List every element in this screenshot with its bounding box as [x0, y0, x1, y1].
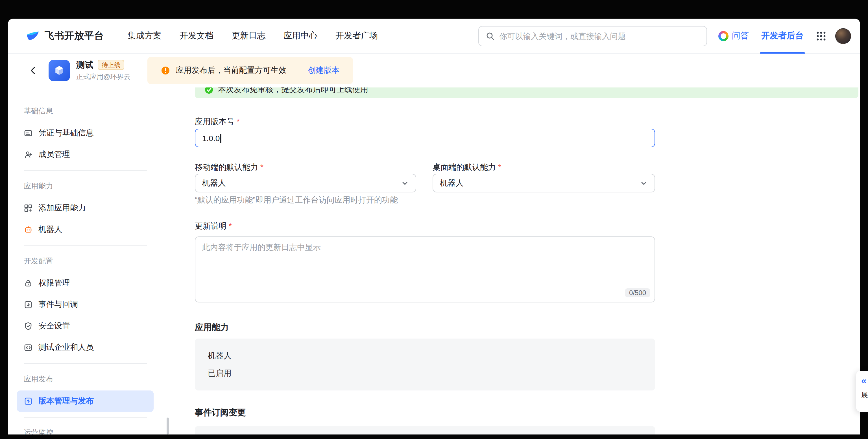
sidebar-item-robot[interactable]: 机器人 — [17, 219, 154, 240]
sidebar-item-credentials[interactable]: 凭证与基础信息 — [17, 123, 154, 144]
version-input[interactable]: 1.0.0 — [195, 129, 655, 147]
expand-panel-button[interactable]: « 展开 — [856, 371, 868, 412]
sidebar-item-permissions[interactable]: 权限管理 — [17, 273, 154, 294]
chevron-down-icon — [640, 179, 648, 187]
brand-name: 飞书开放平台 — [44, 29, 104, 42]
sidebar-item-label: 测试企业和人员 — [38, 342, 94, 353]
sidebar-section-release: 应用发布 — [24, 374, 147, 384]
tab-developer-console[interactable]: 开发者后台 — [761, 19, 804, 53]
browser-page: 飞书开放平台 集成方案 开发文档 更新日志 应用中心 开发者广场 — [8, 19, 860, 435]
create-version-link[interactable]: 创建版本 — [308, 65, 339, 76]
qa-button[interactable]: 问答 — [718, 31, 749, 41]
sidebar-item-label: 安全设置 — [38, 321, 70, 331]
robot-icon — [24, 225, 33, 234]
primary-nav: 集成方案 开发文档 更新日志 应用中心 开发者广场 — [128, 31, 378, 41]
app-name: 测试 — [76, 60, 93, 70]
sidebar-section-basic: 基础信息 — [24, 106, 147, 116]
search-icon — [486, 31, 495, 40]
user-avatar[interactable] — [835, 28, 851, 44]
sidebar-item-label: 版本管理与发布 — [38, 396, 94, 406]
text-caret — [220, 133, 221, 142]
desktop-capability-value: 机器人 — [440, 178, 464, 188]
qa-ring-icon — [718, 31, 728, 41]
capability-box: 机器人 已启用 — [195, 339, 655, 391]
nav-marketplace[interactable]: 开发者广场 — [336, 31, 378, 41]
shield-icon — [24, 322, 33, 331]
app-meta: 测试 待上线 正式应用@环界云 — [76, 60, 130, 81]
mobile-capability-label: 移动端的默认能力 — [195, 163, 264, 172]
sidebar-section-dev-config: 开发配置 — [24, 256, 147, 266]
char-counter: 0/500 — [625, 288, 650, 297]
notes-label: 更新说明 — [195, 221, 232, 230]
chevron-down-icon — [401, 179, 409, 187]
notes-textarea[interactable] — [195, 237, 654, 302]
back-button[interactable] — [28, 65, 38, 76]
sidebar-item-label: 权限管理 — [38, 278, 70, 288]
apps-grid-button[interactable] — [816, 31, 826, 41]
sidebar-divider — [24, 170, 147, 171]
developer-console-label: 开发者后台 — [761, 31, 804, 41]
nav-app-center[interactable]: 应用中心 — [283, 31, 317, 41]
sidebar-item-add-capability[interactable]: 添加应用能力 — [17, 198, 154, 219]
default-capability-hint: “默认的应用功能”即用户通过工作台访问应用时打开的功能 — [195, 195, 398, 205]
cube-icon — [53, 64, 65, 77]
sidebar-item-label: 机器人 — [38, 225, 62, 235]
sidebar: 基础信息 凭证与基础信息 成员管理 应用能 — [17, 88, 154, 435]
content-area: 基础信息 凭证与基础信息 成员管理 应用能 — [8, 88, 860, 435]
nav-changelog[interactable]: 更新日志 — [231, 31, 266, 41]
expand-label: 展开 — [861, 391, 868, 400]
sidebar-item-version-release[interactable]: 版本管理与发布 — [17, 391, 154, 412]
global-search[interactable] — [478, 26, 707, 46]
capability-heading: 应用能力 — [195, 322, 229, 333]
sidebar-item-events[interactable]: 事件与回调 — [17, 294, 154, 315]
mobile-capability-value: 机器人 — [202, 178, 226, 188]
sidebar-section-capability: 应用能力 — [24, 181, 147, 191]
sidebar-item-members[interactable]: 成员管理 — [17, 144, 154, 165]
app-icon — [49, 60, 70, 81]
sidebar-item-label: 添加应用能力 — [38, 203, 86, 213]
sidebar-divider — [24, 417, 147, 417]
grid-icon — [816, 31, 826, 41]
capability-name: 机器人 — [208, 351, 231, 361]
code-brackets-icon — [24, 343, 33, 352]
sidebar-item-label: 事件与回调 — [38, 300, 78, 310]
events-box — [195, 426, 655, 435]
success-banner: 本次发布免审核，提交发布后即可上线使用 — [195, 88, 859, 98]
top-navigation: 飞书开放平台 集成方案 开发文档 更新日志 应用中心 开发者广场 — [8, 19, 860, 54]
publish-alert-banner: 应用发布后，当前配置方可生效 创建版本 — [147, 57, 353, 84]
version-form: 本次发布免审核，提交发布后即可上线使用 应用版本号 1.0.0 移动端的默认能力… — [195, 88, 859, 435]
sidebar-section-monitoring: 运营监控 — [24, 428, 147, 435]
feishu-logo-icon — [25, 29, 40, 43]
desktop-capability-label: 桌面端的默认能力 — [433, 163, 501, 172]
sidebar-item-label: 成员管理 — [38, 149, 70, 160]
success-banner-text: 本次发布免审核，提交发布后即可上线使用 — [218, 88, 368, 95]
publish-icon — [24, 397, 33, 406]
warning-icon — [161, 66, 170, 75]
capability-status: 已启用 — [208, 368, 231, 379]
lock-icon — [24, 279, 33, 288]
qa-label: 问答 — [732, 31, 749, 41]
search-input[interactable] — [499, 31, 700, 40]
event-callback-icon — [24, 300, 33, 309]
nav-docs[interactable]: 开发文档 — [180, 31, 214, 41]
mobile-capability-select[interactable]: 机器人 — [195, 174, 416, 193]
app-subtitle: 正式应用@环界云 — [76, 72, 130, 81]
version-label: 应用版本号 — [195, 117, 240, 126]
sidebar-item-label: 凭证与基础信息 — [38, 128, 94, 138]
screen: 飞书开放平台 集成方案 开发文档 更新日志 应用中心 开发者广场 — [0, 0, 868, 439]
sidebar-item-security[interactable]: 安全设置 — [17, 315, 154, 337]
members-icon — [24, 150, 33, 159]
back-chevron-icon — [28, 65, 38, 76]
sidebar-scrollbar-thumb[interactable] — [166, 417, 169, 435]
sidebar-item-test-org[interactable]: 测试企业和人员 — [17, 337, 154, 358]
feishu-brand[interactable]: 飞书开放平台 — [25, 29, 104, 43]
sidebar-divider — [24, 363, 147, 364]
double-chevron-left-icon: « — [861, 376, 868, 386]
alert-text: 应用发布后，当前配置方可生效 — [176, 65, 286, 76]
add-capability-icon — [24, 204, 33, 213]
nav-integration[interactable]: 集成方案 — [128, 31, 161, 41]
version-value: 1.0.0 — [202, 133, 220, 142]
id-card-icon — [24, 129, 33, 138]
status-badge: 待上线 — [98, 60, 124, 70]
desktop-capability-select[interactable]: 机器人 — [433, 174, 655, 193]
